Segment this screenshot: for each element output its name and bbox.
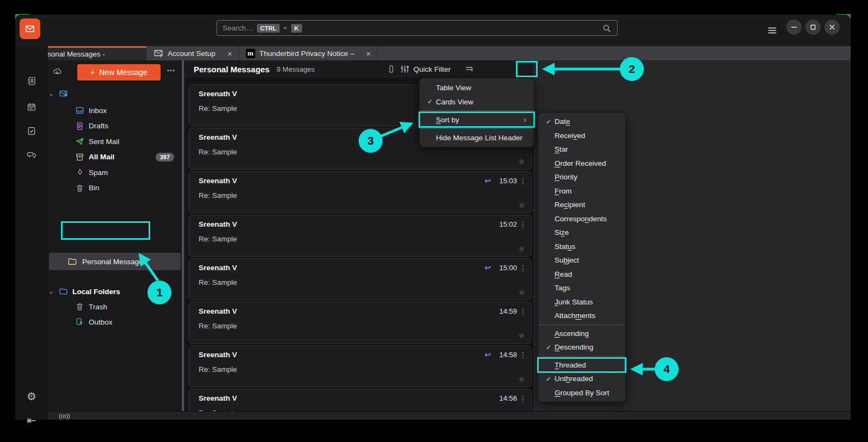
- sort-menu-item-star[interactable]: Star: [538, 142, 625, 157]
- folder-item-personal-messages[interactable]: Personal Messages: [49, 253, 181, 270]
- folder-item-bin[interactable]: Bin: [48, 181, 184, 195]
- kebab-menu-icon[interactable]: ⋮: [519, 220, 527, 229]
- maximize-button[interactable]: [805, 20, 821, 35]
- space-settings-icon[interactable]: ⚙: [26, 390, 38, 402]
- message-list-display-options-button[interactable]: [460, 62, 479, 76]
- tab-close-icon[interactable]: ×: [227, 49, 232, 58]
- sort-menu-item-subject[interactable]: Subject: [538, 253, 625, 267]
- tab-account-setup[interactable]: Account Setup×: [147, 46, 239, 60]
- sort-menu-item-descending[interactable]: ✓Descending: [538, 340, 625, 354]
- message-sender: Sreenath V: [199, 177, 237, 185]
- account-icon: [59, 89, 68, 98]
- star-icon[interactable]: ★: [518, 200, 526, 211]
- folder-item-inbox[interactable]: Inbox: [48, 103, 184, 117]
- app-menu-button[interactable]: [765, 23, 779, 38]
- message-card[interactable]: Sreenath VRe: Sample15:02⋮★: [188, 215, 532, 257]
- message-card[interactable]: Sreenath VRe: Sample14:59⋮★: [188, 302, 532, 344]
- kebab-menu-icon[interactable]: ⋮: [519, 177, 527, 185]
- sort-menu-item-from[interactable]: From: [538, 184, 625, 198]
- chevron-down-icon[interactable]: ⌄: [48, 288, 54, 295]
- view-menu-item-cards-view[interactable]: ✓Cards View: [420, 95, 534, 109]
- folder-item-drafts[interactable]: Drafts: [48, 119, 184, 133]
- sort-menu-item-date[interactable]: ✓Date: [538, 115, 625, 129]
- message-card[interactable]: Sreenath VRe: Sample↩15:03⋮★: [188, 171, 532, 213]
- checkmark-icon: ✓: [543, 375, 555, 383]
- star-icon[interactable]: ★: [518, 287, 526, 298]
- plus-icon: +: [90, 68, 95, 77]
- sort-menu-item-read[interactable]: Read: [538, 267, 625, 282]
- folder-pane-scrollbar[interactable]: [182, 60, 184, 411]
- unread-count-badge: 397: [156, 153, 174, 161]
- kebab-menu-icon[interactable]: ⋮: [519, 394, 527, 403]
- archive-icon: [75, 152, 84, 161]
- folder-item-outbox[interactable]: Outbox: [48, 315, 184, 329]
- sort-menu-item-correspondents[interactable]: Correspondents: [538, 212, 625, 226]
- status-bar: ((o)): [48, 411, 851, 420]
- sort-menu-item-junk-status[interactable]: Junk Status: [538, 295, 625, 309]
- new-message-button[interactable]: + New Message: [77, 64, 161, 80]
- submenu-arrow-icon: ›: [524, 115, 526, 124]
- space-address-book-icon[interactable]: [26, 75, 38, 87]
- menu-item-label: Recipient: [555, 201, 618, 209]
- step-circle-3: 3: [359, 129, 383, 153]
- view-menu-item-hide-message-list-header[interactable]: Hide Message List Header: [420, 130, 534, 145]
- message-time: 15:03: [499, 177, 517, 185]
- outbox-icon: [75, 318, 84, 327]
- star-icon[interactable]: ★: [518, 243, 526, 254]
- step-circle-4: 4: [655, 357, 679, 381]
- tab-label: Account Setup: [168, 49, 216, 58]
- star-icon[interactable]: ★: [518, 156, 526, 167]
- space-chat-icon[interactable]: [26, 149, 38, 161]
- cloud-download-icon[interactable]: [52, 66, 62, 76]
- more-options-icon[interactable]: …: [167, 64, 176, 73]
- message-subject: Re: Sample: [199, 235, 237, 243]
- tab-thunderbird-privacy-notice[interactable]: mThunderbird Privacy Notice –×: [239, 46, 378, 60]
- space-tasks-icon[interactable]: [26, 125, 38, 137]
- message-subject: Re: Sample: [199, 148, 237, 156]
- chevron-down-icon[interactable]: ⌄: [48, 90, 54, 97]
- sort-menu-item-size[interactable]: Size: [538, 226, 625, 240]
- minimize-button[interactable]: [786, 20, 802, 35]
- sent-icon: [75, 137, 84, 146]
- kebab-menu-icon[interactable]: ⋮: [519, 264, 527, 272]
- sort-menu-item-status[interactable]: Status: [538, 240, 625, 254]
- sort-menu-item-priority[interactable]: Priority: [538, 170, 625, 184]
- tab-close-icon[interactable]: ×: [366, 49, 371, 58]
- folder-label: Local Folders: [72, 288, 120, 296]
- message-card[interactable]: Sreenath VRe: Sample14:56⋮★: [188, 389, 532, 411]
- global-search-input[interactable]: Search… CTRL + K: [217, 20, 618, 36]
- message-card[interactable]: Sreenath VRe: Sample↩14:58⋮★: [188, 345, 532, 387]
- sort-menu-item-received[interactable]: Received: [538, 129, 625, 143]
- sort-menu-item-attachments[interactable]: Attachments: [538, 309, 625, 323]
- space-calendar-icon[interactable]: [26, 101, 38, 113]
- menu-item-label: Tags: [555, 284, 618, 292]
- trash-icon: [75, 183, 84, 192]
- sort-menu-item-unthreaded[interactable]: ✓Unthreaded: [538, 372, 625, 386]
- star-icon[interactable]: ★: [518, 330, 526, 341]
- folder-item-spam[interactable]: Spam: [48, 165, 184, 179]
- star-icon[interactable]: ★: [518, 373, 526, 385]
- view-menu-item-table-view[interactable]: Table View: [420, 80, 534, 95]
- menu-item-label: Junk Status: [555, 298, 618, 306]
- sort-menu-item-recipient[interactable]: Recipient: [538, 198, 625, 212]
- ctrl-key-badge: CTRL: [257, 24, 279, 33]
- mail-space-button[interactable]: [20, 18, 40, 39]
- sort-menu-item-grouped-by-sort[interactable]: Grouped By Sort: [538, 386, 625, 400]
- menu-separator: [539, 325, 625, 325]
- sort-menu-item-tags[interactable]: Tags: [538, 281, 625, 295]
- folder-item-sent-mail[interactable]: Sent Mail: [48, 134, 184, 148]
- replied-icon: ↩: [484, 176, 491, 185]
- close-button[interactable]: [824, 20, 840, 35]
- sort-menu-item-ascending[interactable]: Ascending: [538, 327, 625, 341]
- kebab-menu-icon[interactable]: ⋮: [519, 307, 527, 316]
- message-subject: Re: Sample: [199, 365, 237, 373]
- quick-filter-toggle[interactable]: Quick Filter: [386, 60, 451, 78]
- view-menu-item-sort-by[interactable]: Sort by›: [420, 113, 534, 127]
- kebab-menu-icon[interactable]: ⋮: [519, 351, 527, 359]
- account-row[interactable]: ⌄: [48, 86, 184, 101]
- sort-menu-item-order-received[interactable]: Order Received: [538, 157, 625, 171]
- message-card[interactable]: Sreenath VRe: Sample↩15:00⋮★: [188, 258, 532, 300]
- folder-item-all-mail[interactable]: All Mail397: [48, 150, 184, 164]
- space-collapse-icon[interactable]: ⇤: [26, 414, 38, 426]
- sort-menu-item-threaded[interactable]: Threaded: [538, 358, 625, 372]
